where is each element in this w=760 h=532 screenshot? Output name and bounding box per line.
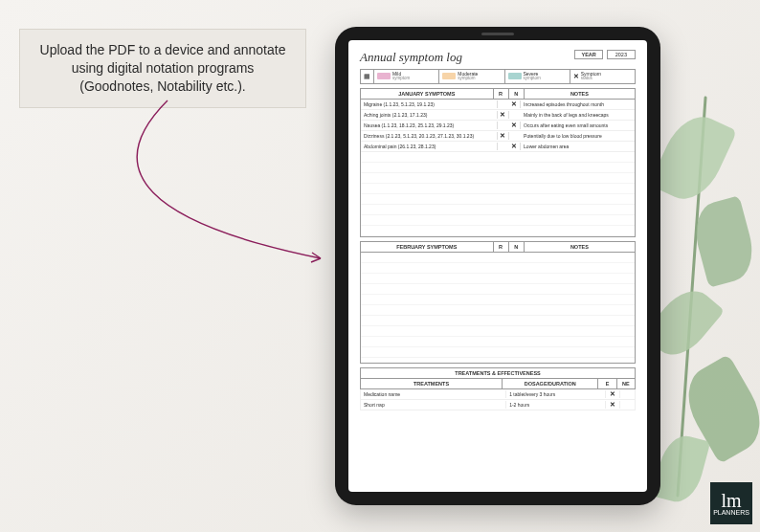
brand-logo: lm PLANNERS: [710, 482, 752, 524]
table-row[interactable]: Medication name 1 tablet/every 3 hours ✕: [360, 389, 636, 400]
swatch-severe: [508, 73, 522, 79]
treatments-header: TREATMENTS DOSAGE/DURATION E NE: [360, 378, 636, 389]
brand-sub: PLANNERS: [713, 509, 749, 516]
pdf-page[interactable]: Annual symptom log YEAR 2023 ▦ Mildsympt…: [348, 40, 647, 492]
legend-severe: Severesymptom: [505, 70, 570, 83]
brand-logo-text: lm: [721, 492, 741, 509]
callout-text: Upload the PDF to a device and annotate …: [40, 42, 286, 94]
treatments-title: TREATMENTS & EFFECTIVENESS: [360, 367, 636, 378]
notes-heading: NOTES: [525, 242, 635, 252]
legend-mild: Mildsymptom: [374, 70, 439, 83]
legend-status: ✕ Symptomstatus: [570, 70, 635, 83]
february-heading: FEBRUARY SYMPTOMS: [361, 242, 494, 252]
january-heading: JANUARY SYMPTOMS: [361, 89, 494, 99]
table-row[interactable]: Short nap 1-2 hours ✕: [360, 400, 636, 410]
arrow-icon: [53, 91, 340, 301]
table-row[interactable]: Abdominal pain (26.1.23, 28.1.23)✕Lower …: [361, 142, 635, 152]
swatch-moderate: [442, 73, 456, 79]
col-n: N: [509, 242, 525, 252]
february-section: FEBRUARY SYMPTOMS R N NOTES: [360, 241, 636, 364]
february-blank-rows[interactable]: [361, 253, 635, 363]
legend-bar: ▦ Mildsymptom Moderatesymptom Severesymp…: [360, 69, 636, 84]
table-row[interactable]: Nausea (1.1.23, 18.1.23, 25.1.23, 29.1.2…: [361, 121, 635, 131]
swatch-mild: [377, 73, 391, 79]
col-r: R: [494, 242, 509, 252]
decorative-leaf: [649, 107, 737, 210]
table-row[interactable]: Aching joints (2.1.23, 17.1.23)✕Mainly i…: [361, 110, 635, 121]
table-row[interactable]: Migraine (1.1.23, 5.1.23, 19.1.23)✕Incre…: [361, 100, 635, 110]
january-blank-rows[interactable]: [361, 152, 635, 236]
notes-heading: NOTES: [525, 89, 635, 99]
year-label: YEAR: [574, 50, 602, 59]
grid-icon: ▦: [361, 70, 374, 83]
col-n: N: [509, 89, 525, 99]
col-r: R: [494, 89, 509, 99]
legend-moderate: Moderatesymptom: [439, 70, 504, 83]
january-section: JANUARY SYMPTOMS R N NOTES Migraine (1.1…: [360, 88, 636, 237]
tablet-device: Annual symptom log YEAR 2023 ▦ Mildsympt…: [335, 27, 660, 505]
year-box: YEAR 2023: [574, 50, 636, 59]
page-title: Annual symptom log: [360, 50, 462, 65]
table-row[interactable]: Dizziness (2.1.23, 5.1.23, 20.1.23, 27.1…: [361, 131, 635, 142]
x-icon: ✕: [573, 73, 579, 80]
year-value[interactable]: 2023: [607, 50, 636, 59]
